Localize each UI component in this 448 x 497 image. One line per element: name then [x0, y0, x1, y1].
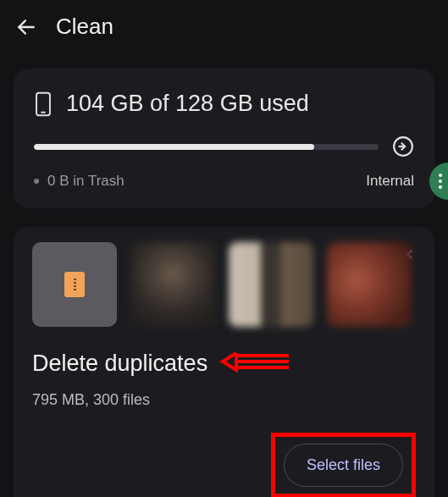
arrow-right-circle-icon[interactable]	[392, 135, 414, 157]
duplicates-title-row: Delete duplicates	[32, 347, 416, 379]
file-thumbnail[interactable]	[32, 242, 117, 327]
storage-progress-fill	[34, 144, 314, 150]
file-thumbnail[interactable]	[130, 242, 215, 327]
storage-progress-bar	[34, 144, 379, 150]
duplicates-title: Delete duplicates	[32, 351, 207, 377]
back-icon[interactable]	[15, 16, 37, 38]
page-title: Clean	[56, 14, 113, 40]
duplicates-card: ✕ Delete duplicates 795 MB, 300 files Se…	[14, 227, 434, 497]
phone-icon	[34, 91, 53, 117]
storage-usage-text: 104 GB of 128 GB used	[66, 91, 309, 117]
storage-progress-row	[34, 135, 414, 157]
file-thumbnail[interactable]	[327, 242, 412, 327]
trash-info: 0 B in Trash	[34, 173, 124, 190]
annotation-arrow-icon	[219, 347, 292, 379]
file-thumbnail[interactable]	[229, 242, 313, 327]
storage-bottom-row: 0 B in Trash Internal	[34, 173, 414, 190]
duplicates-action-row: Select files	[32, 433, 416, 497]
dot-icon	[34, 179, 39, 184]
trash-text: 0 B in Trash	[47, 173, 124, 190]
annotation-box: Select files	[271, 433, 416, 497]
storage-usage-row: 104 GB of 128 GB used	[34, 91, 414, 117]
storage-type-label: Internal	[366, 173, 414, 190]
select-files-button[interactable]: Select files	[284, 444, 403, 487]
storage-card: 104 GB of 128 GB used 0 B in Trash Inter…	[14, 69, 434, 208]
archive-icon	[64, 272, 85, 297]
thumbnail-row	[32, 242, 416, 327]
app-header: Clean	[0, 0, 448, 53]
duplicates-subtitle: 795 MB, 300 files	[32, 391, 416, 409]
